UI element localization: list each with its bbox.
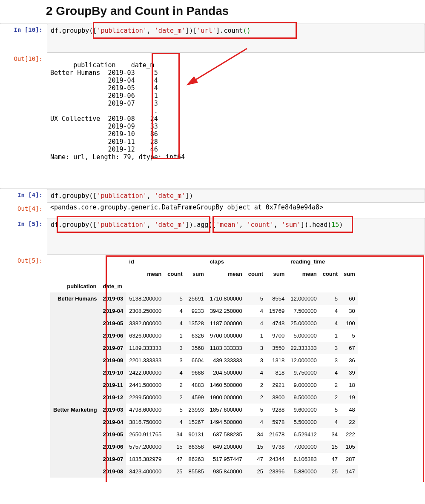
row-index-date: 2019-04 — [100, 416, 126, 428]
cell-value: 100 — [341, 317, 358, 329]
cell-value: 9288 — [266, 404, 287, 416]
in-prompt-5: In [5]: — [0, 218, 47, 227]
cell-value: 3550 — [266, 342, 287, 354]
col-group-header: id — [126, 255, 207, 268]
row-index-date: 2019-06 — [100, 441, 126, 453]
code-token: ) — [339, 221, 343, 229]
cell-value: 222 — [341, 428, 358, 441]
cell-value: 1 — [245, 329, 266, 342]
code-token: ] — [185, 221, 189, 229]
cell-value: 36 — [341, 354, 358, 367]
row-index-publication — [50, 416, 100, 428]
cell-value: 5 — [320, 404, 341, 416]
cell-value: 5 — [245, 292, 266, 305]
cell-out-4: Out[4]: <pandas.core.groupby.generic.Dat… — [0, 203, 425, 215]
cell-value: 47 — [245, 453, 266, 465]
cell-value: 22.333333 — [287, 342, 319, 354]
row-index-date: 2019-08 — [100, 465, 126, 478]
cell-value: 1183.333333 — [207, 342, 245, 354]
col-sub-header: mean — [207, 268, 245, 280]
code-token: ] — [301, 221, 304, 229]
code-token: . — [193, 221, 197, 229]
cell-value: 1835.382979 — [126, 453, 164, 465]
dataframe: idclapsreading_timemeancountsummeancount… — [50, 255, 358, 478]
cell-value: 67 — [341, 342, 358, 354]
cell-value: 2 — [320, 391, 341, 404]
code-input-4[interactable]: df.groupby(['publication', 'date_m']) — [47, 189, 425, 203]
col-group-header: reading_time — [287, 255, 358, 268]
cell-value: 3 — [164, 354, 185, 367]
cell-value: 15769 — [266, 305, 287, 317]
code-input-5[interactable]: df.groupby(['publication', 'date_m']).ag… — [47, 218, 425, 255]
table-row: 2019-122299.500000245991900.000000238009… — [50, 391, 358, 404]
row-index-publication — [50, 317, 100, 329]
code-token: ) — [304, 221, 308, 229]
cell-value: 2299.500000 — [126, 391, 164, 404]
cell-value: 9700 — [266, 329, 287, 342]
cell-value: 649.200000 — [207, 441, 245, 453]
row-index-date: 2019-03 — [100, 404, 126, 416]
cell-value: 4883 — [186, 379, 207, 391]
code-token: agg( — [197, 221, 212, 229]
cell-value: 439.333333 — [207, 354, 245, 367]
cell-value: 34 — [245, 428, 266, 441]
cell-value: 4798.600000 — [126, 404, 164, 416]
cell-value: 3942.250000 — [207, 305, 245, 317]
row-index-publication: Better Marketing — [50, 404, 100, 416]
cell-value: 4 — [164, 305, 185, 317]
cell-value: 1494.500000 — [207, 416, 245, 428]
row-index-date: 2019-03 — [100, 292, 126, 305]
cell-value: 9.600000 — [287, 404, 319, 416]
cell-value: 2441.500000 — [126, 379, 164, 391]
cell-value: 5 — [245, 404, 266, 416]
row-index-date: 2019-05 — [100, 428, 126, 441]
table-row: 2019-071189.333333335681183.333333335502… — [50, 342, 358, 354]
in-prompt-4: In [4]: — [0, 189, 47, 198]
table-row: 2019-112441.500000248831460.500000229219… — [50, 379, 358, 391]
code-string: 'url' — [197, 27, 216, 34]
cell-value: 9.000000 — [287, 379, 319, 391]
cell-value: 4 — [320, 317, 341, 329]
col-sub-header: count — [245, 268, 266, 280]
cell-value: 6326.000000 — [126, 329, 164, 342]
cell-value: 5 — [164, 292, 185, 305]
cell-value: 2 — [164, 379, 185, 391]
code-string: 'sum' — [281, 221, 301, 229]
cell-value: 1189.333333 — [126, 342, 164, 354]
cell-value: 3 — [320, 354, 341, 367]
row-index-publication — [50, 367, 100, 379]
cell-value: 15 — [164, 441, 185, 453]
code-token: df. — [51, 221, 62, 229]
code-token: groupby( — [62, 221, 93, 229]
code-string: 'date_m' — [155, 27, 185, 34]
row-index-date: 2019-05 — [100, 317, 126, 329]
index-name-date: date_m — [100, 280, 126, 292]
cell-value: 2 — [164, 391, 185, 404]
index-name-publication: publication — [50, 280, 100, 292]
row-index-date: 2019-11 — [100, 379, 126, 391]
col-sub-header: mean — [126, 268, 164, 280]
cell-value: 5138.200000 — [126, 292, 164, 305]
cell-value: 4599 — [186, 391, 207, 404]
cell-value: 39 — [341, 367, 358, 379]
cell-value: 4 — [164, 317, 185, 329]
cell-value: 9738 — [266, 441, 287, 453]
code-number: 15 — [331, 221, 339, 229]
cell-value: 2 — [245, 379, 266, 391]
cell-value: 9.500000 — [287, 391, 319, 404]
code-string: 'publication' — [97, 192, 146, 200]
col-sub-header: count — [164, 268, 185, 280]
code-token: head( — [312, 221, 331, 229]
code-string: 'mean' — [216, 221, 239, 229]
code-input-10[interactable]: df.groupby(['publication', 'date_m'])['u… — [47, 24, 425, 53]
code-token: , — [147, 27, 155, 34]
row-index-publication — [50, 441, 100, 453]
cell-value: 47 — [320, 453, 341, 465]
cell-value: 22 — [341, 416, 358, 428]
row-index-publication — [50, 453, 100, 465]
cell-value: 21678 — [266, 428, 287, 441]
code-token: . — [308, 221, 312, 229]
table-row: 2019-102422.00000049688204.50000048189.7… — [50, 367, 358, 379]
code-string: 'date_m' — [155, 192, 185, 200]
cell-value: 6604 — [186, 354, 207, 367]
